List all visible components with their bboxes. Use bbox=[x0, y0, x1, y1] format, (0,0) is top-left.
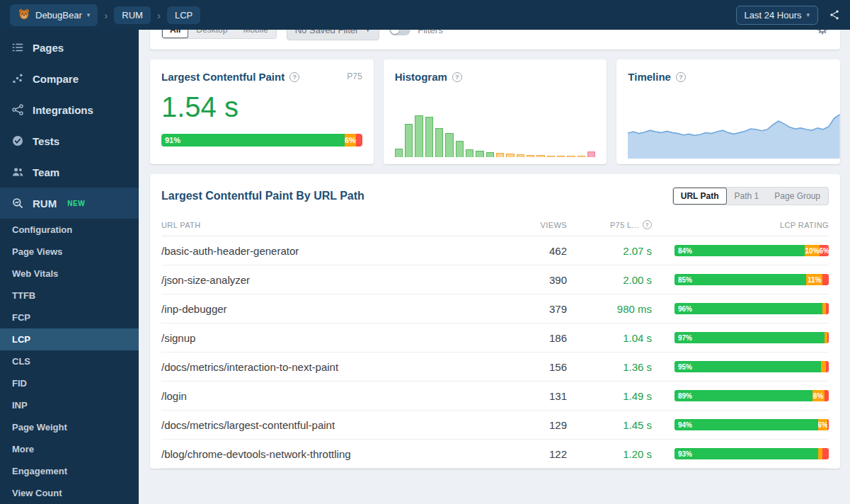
histogram-bar bbox=[517, 154, 524, 157]
lcp-rating-cell: 96% bbox=[652, 303, 829, 314]
sidebar-item-label: Team bbox=[33, 166, 59, 178]
histogram-bar bbox=[547, 156, 555, 157]
url-path-cell: /json-size-analyzer bbox=[161, 274, 510, 286]
url-path-cell: /basic-auth-header-generator bbox=[161, 245, 510, 257]
url-path-cell: /login bbox=[161, 390, 510, 402]
views-cell: 186 bbox=[510, 332, 567, 344]
rating-segment-red bbox=[356, 134, 362, 147]
help-icon[interactable]: ? bbox=[452, 72, 462, 82]
p75-lcp-cell: 1.45 s bbox=[567, 419, 652, 431]
sidebar-subitem-cls[interactable]: CLS bbox=[0, 350, 139, 372]
table-row[interactable]: /docs/metrics/largest-contentful-paint12… bbox=[161, 411, 829, 440]
debugbear-logo bbox=[18, 8, 30, 23]
sidebar-subitem-fid[interactable]: FID bbox=[0, 372, 139, 394]
sidebar-item-rum[interactable]: RUMNEW bbox=[0, 188, 139, 219]
histogram-chart bbox=[395, 102, 596, 157]
histogram-bar bbox=[445, 133, 453, 157]
time-range-select[interactable]: Last 24 Hours ▾ bbox=[736, 6, 818, 25]
breadcrumb-rum[interactable]: RUM bbox=[114, 6, 151, 24]
column-header-url-path[interactable]: URL PATH bbox=[161, 221, 510, 229]
sidebar-subitem-configuration[interactable]: Configuration bbox=[0, 219, 139, 241]
histogram-bar bbox=[425, 117, 433, 157]
lcp-rating-bar: 97% bbox=[674, 332, 829, 343]
column-header-p75[interactable]: P75 L... ? bbox=[567, 220, 652, 229]
p75-lcp-cell: 1.04 s bbox=[567, 332, 652, 344]
rating-segment-red bbox=[822, 448, 829, 459]
sidebar-item-label: Pages bbox=[33, 42, 64, 54]
histogram-bar bbox=[506, 154, 514, 157]
breadcrumb-lcp[interactable]: LCP bbox=[167, 6, 200, 24]
p75-lcp-cell: 1.36 s bbox=[567, 361, 652, 373]
table-row[interactable]: /inp-debugger379980 ms96% bbox=[161, 294, 829, 323]
sidebar-item-label: RUM bbox=[33, 197, 57, 210]
rating-segment-red bbox=[822, 274, 829, 285]
share-icon[interactable] bbox=[829, 9, 840, 21]
p75-tag: P75 bbox=[347, 71, 362, 81]
sidebar-subitem-web-vitals[interactable]: Web Vitals bbox=[0, 263, 139, 285]
rating-segment-green: 97% bbox=[674, 332, 825, 343]
sidebar-subitem-page-weight[interactable]: Page Weight bbox=[0, 416, 139, 438]
sidebar-subitem-view-count[interactable]: View Count bbox=[0, 482, 139, 504]
grouping-tab-url-path[interactable]: URL Path bbox=[673, 188, 727, 205]
scatter-icon bbox=[12, 73, 23, 84]
sidebar-subitem-inp[interactable]: INP bbox=[0, 394, 139, 416]
views-cell: 156 bbox=[510, 361, 567, 373]
histogram-bar bbox=[567, 156, 575, 157]
url-path-cell: /blog/chrome-devtools-network-throttling bbox=[161, 448, 510, 460]
rating-segment-red bbox=[827, 419, 829, 430]
timeline-card: Timeline ? bbox=[616, 59, 840, 164]
metric-cards-row: Largest Contentful Paint ? P75 1.54 s 91… bbox=[150, 59, 840, 164]
lcp-p75-value: 1.54 s bbox=[161, 91, 362, 123]
sidebar-subitem-lcp[interactable]: LCP bbox=[0, 328, 139, 350]
sidebar-item-label: Compare bbox=[33, 73, 79, 85]
histogram-bar bbox=[486, 152, 494, 157]
sidebar-subitem-engagement[interactable]: Engagement bbox=[0, 460, 139, 482]
time-range-label: Last 24 Hours bbox=[745, 10, 802, 21]
breadcrumb-separator: › bbox=[104, 9, 108, 21]
sidebar-subitem-ttfb[interactable]: TTFB bbox=[0, 285, 139, 307]
rating-segment-orange: 6% bbox=[345, 134, 357, 147]
rating-segment-red: 6% bbox=[820, 245, 829, 256]
sidebar-item-tests[interactable]: Tests bbox=[0, 125, 139, 156]
brand-menu[interactable]: DebugBear ▾ bbox=[10, 4, 98, 26]
help-icon[interactable]: ? bbox=[289, 72, 299, 82]
sidebar-item-integrations[interactable]: Integrations bbox=[0, 94, 139, 125]
timeline-chart bbox=[628, 106, 840, 159]
help-icon[interactable]: ? bbox=[643, 220, 652, 229]
table-title: Largest Contentful Paint By URL Path bbox=[161, 190, 364, 202]
histogram-bar bbox=[536, 155, 544, 157]
table-row[interactable]: /blog/chrome-devtools-network-throttling… bbox=[161, 440, 829, 469]
url-path-cell: /inp-debugger bbox=[161, 303, 510, 315]
lcp-rating-cell: 84%10%6% bbox=[652, 245, 829, 256]
column-header-views[interactable]: VIEWS bbox=[510, 221, 567, 229]
lcp-rating-bar: 85%11% bbox=[674, 274, 829, 285]
histogram-bar bbox=[587, 151, 595, 157]
lcp-rating-bar: 96% bbox=[674, 303, 829, 314]
table-row[interactable]: /signup1861.04 s97% bbox=[161, 323, 829, 353]
new-badge: NEW bbox=[67, 200, 85, 207]
table-row[interactable]: /json-size-analyzer3902.00 s85%11% bbox=[161, 265, 829, 294]
sidebar-item-team[interactable]: Team bbox=[0, 156, 139, 188]
sidebar-subitem-more[interactable]: More bbox=[0, 438, 139, 460]
lcp-by-url-table-card: Largest Contentful Paint By URL Path URL… bbox=[150, 174, 840, 469]
table-row[interactable]: /basic-auth-header-generator4622.07 s84%… bbox=[161, 236, 829, 265]
views-cell: 462 bbox=[510, 245, 567, 257]
column-header-lcp-rating[interactable]: LCP RATING bbox=[652, 221, 829, 229]
url-path-cell: /docs/metrics/interaction-to-next-paint bbox=[161, 361, 510, 373]
table-row[interactable]: /docs/metrics/interaction-to-next-paint1… bbox=[161, 353, 829, 382]
sidebar-subitem-page-views[interactable]: Page Views bbox=[0, 241, 139, 263]
p75-lcp-cell: 1.49 s bbox=[567, 390, 652, 402]
table-header-row: URL PATH VIEWS P75 L... ? LCP RATING bbox=[161, 214, 829, 236]
table-row[interactable]: /login1311.49 s89%8% bbox=[161, 382, 829, 411]
card-title: Largest Contentful Paint ? bbox=[161, 71, 362, 83]
sidebar-item-compare[interactable]: Compare bbox=[0, 63, 139, 94]
grouping-tab-path-1[interactable]: Path 1 bbox=[727, 188, 767, 205]
help-icon[interactable]: ? bbox=[676, 72, 686, 82]
list-icon bbox=[12, 42, 23, 53]
rating-segment-orange: 8% bbox=[812, 390, 825, 401]
grouping-tab-page-group[interactable]: Page Group bbox=[766, 188, 828, 205]
card-title: Timeline ? bbox=[628, 71, 829, 83]
sidebar-item-pages[interactable]: Pages bbox=[0, 32, 139, 63]
sidebar-subitem-fcp[interactable]: FCP bbox=[0, 307, 139, 328]
url-path-cell: /docs/metrics/largest-contentful-paint bbox=[161, 419, 510, 431]
